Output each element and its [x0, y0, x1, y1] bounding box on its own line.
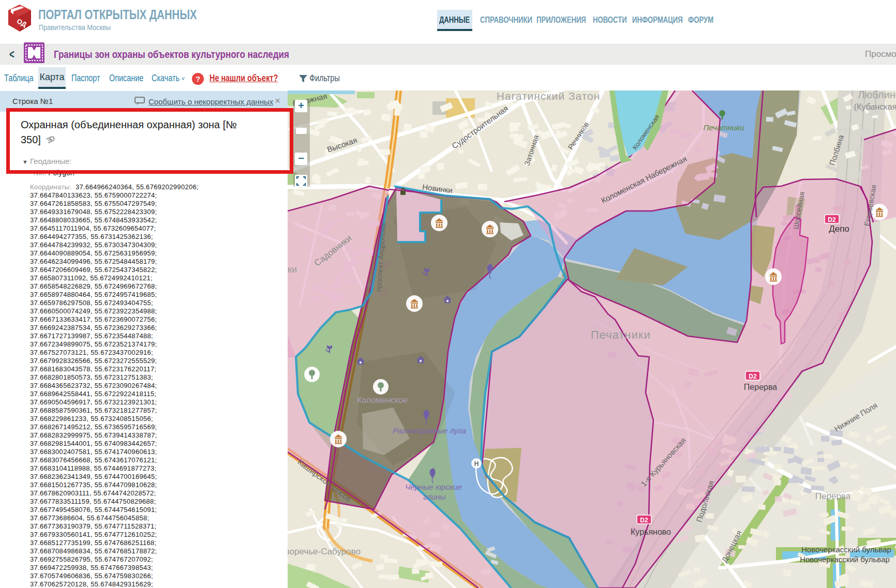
svg-text:Курьяново: Курьяново: [631, 527, 671, 536]
svg-text:H: H: [474, 460, 479, 468]
svg-text:Печатники: Печатники: [591, 328, 651, 341]
svg-text:Перерва: Перерва: [744, 383, 777, 391]
svg-text:Новочеркасский бульвар: Новочеркасский бульвар: [801, 545, 891, 554]
svg-text:Печатники: Печатники: [704, 123, 745, 132]
svg-text:Нагатинский Затон: Нагатинский Затон: [497, 91, 601, 102]
svg-text:Разнотравные луга: Разнотравные луга: [393, 426, 466, 435]
svg-text:(Кубанская: (Кубанская: [854, 102, 896, 111]
svg-text:D2: D2: [640, 517, 648, 524]
svg-text:D2: D2: [828, 216, 836, 223]
svg-text:глины: глины: [423, 492, 445, 501]
svg-text:Перерва: Перерва: [815, 491, 851, 501]
svg-text:ки: ки: [288, 264, 297, 275]
svg-text:Коломенское: Коломенское: [357, 396, 408, 404]
svg-text:D2: D2: [749, 373, 757, 380]
svg-text:Депо: Депо: [829, 224, 849, 234]
svg-text:Новочеркасский бульвар: Новочеркасский бульвар: [800, 555, 890, 564]
svg-text:Москворечье-Сабурово: Москворечье-Сабурово: [288, 547, 361, 556]
svg-text:Люблино: Люблино: [858, 91, 896, 100]
svg-text:Чёрные юрские: Чёрные юрские: [405, 483, 461, 491]
